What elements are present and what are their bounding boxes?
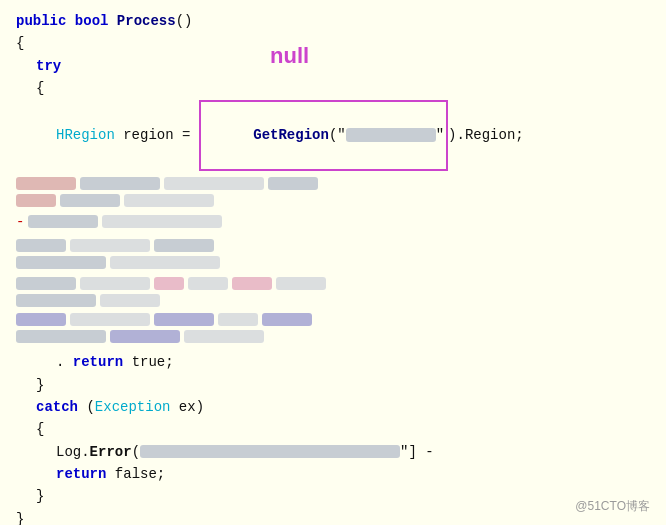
code-line-return-true: . return true;: [56, 351, 650, 373]
code-line-2: {: [16, 32, 650, 54]
code-line-catch-close: }: [36, 485, 650, 507]
code-editor: null public bool Process () { try { HReg…: [0, 0, 666, 525]
code-line-3: {: [36, 77, 650, 99]
keyword-return: return: [73, 351, 123, 373]
code-line-catch: catch ( Exception ex): [36, 396, 650, 418]
code-line-return-false: return false;: [56, 463, 650, 485]
keyword-catch: catch: [36, 396, 78, 418]
code-line-hregion: HRegion region = GetRegion("" ).Region;: [56, 100, 650, 171]
code-line-close-try: }: [36, 374, 650, 396]
method-name: Process: [117, 10, 176, 32]
watermark: @51CTO博客: [575, 498, 650, 515]
keyword-public: public: [16, 10, 66, 32]
code-line-log: Log. Error ( "] -: [56, 441, 650, 463]
code-line-1: public bool Process (): [16, 10, 650, 32]
keyword-bool: bool: [75, 10, 109, 32]
code-line-catch-open: {: [36, 418, 650, 440]
keyword-return-false: return: [56, 463, 106, 485]
getregion-highlight: GetRegion("": [199, 100, 448, 171]
blurred-section-1: -: [16, 175, 650, 349]
code-line-try: try: [36, 55, 650, 77]
type-hregion: HRegion: [56, 124, 115, 146]
code-line-method-close: }: [16, 508, 650, 525]
type-exception: Exception: [95, 396, 171, 418]
keyword-try: try: [36, 55, 61, 77]
